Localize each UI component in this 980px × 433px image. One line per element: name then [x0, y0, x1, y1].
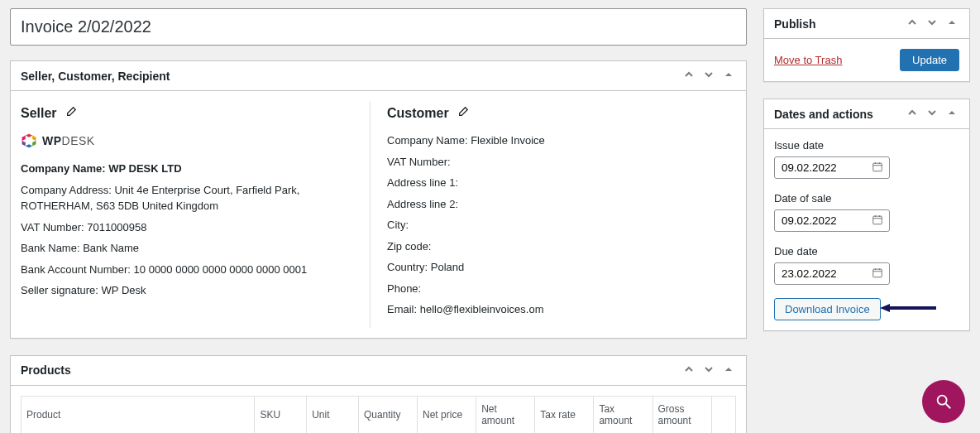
- seller-vat: VAT Number: 7011000958: [21, 219, 365, 236]
- col-net-amount: Net amount: [476, 396, 535, 433]
- col-tax-amount: Tax amount: [594, 396, 653, 433]
- customer-city: City:: [387, 217, 731, 233]
- customer-addr1: Address line 1:: [387, 175, 731, 191]
- calendar-icon[interactable]: [872, 161, 883, 175]
- customer-vat: VAT Number:: [387, 154, 731, 171]
- seller-customer-panel: Seller, Customer, Recipient: [10, 60, 747, 339]
- invoice-title-input[interactable]: [10, 8, 747, 46]
- table-header-row: Product SKU Unit Quantity Net price Net …: [22, 396, 736, 433]
- panel-up-icon[interactable]: [681, 363, 696, 378]
- dates-panel: Dates and actions Issue date Date of sal…: [763, 99, 970, 331]
- products-table: Product SKU Unit Quantity Net price Net …: [21, 396, 736, 434]
- panel-collapse-icon[interactable]: [944, 106, 959, 122]
- col-gross-amount: Gross amount: [653, 396, 711, 433]
- customer-edit-icon[interactable]: [457, 106, 469, 121]
- panel-down-icon[interactable]: [925, 16, 939, 31]
- panel-down-icon[interactable]: [701, 363, 716, 378]
- publish-panel: Publish Move to Trash Update: [763, 8, 970, 82]
- panel-up-icon[interactable]: [905, 106, 920, 122]
- panel-collapse-icon[interactable]: [944, 16, 959, 31]
- panel-up-icon[interactable]: [681, 68, 696, 84]
- customer-email: Email: hello@flexibleinvoices.om: [387, 301, 731, 318]
- scr-panel-title: Seller, Customer, Recipient: [21, 70, 170, 83]
- seller-heading: Seller: [21, 106, 57, 121]
- update-button[interactable]: Update: [900, 49, 959, 71]
- svg-marker-20: [880, 304, 890, 312]
- svg-point-21: [938, 396, 947, 405]
- seller-address: Company Address: Unit 4e Enterprise Cour…: [21, 182, 365, 214]
- wpdesk-logo: WPDESK: [21, 132, 365, 149]
- wpdesk-logo-text: WPDESK: [42, 134, 95, 147]
- seller-bank-account: Bank Account Number: 10 0000 0000 0000 0…: [21, 262, 365, 278]
- panel-collapse-icon[interactable]: [721, 363, 736, 378]
- products-panel-title: Products: [21, 363, 71, 377]
- panel-up-icon[interactable]: [905, 16, 920, 31]
- svg-rect-7: [873, 163, 882, 171]
- customer-zip: Zip code:: [387, 238, 731, 255]
- seller-bank-name: Bank Name: Bank Name: [21, 240, 365, 257]
- publish-panel-title: Publish: [774, 17, 816, 31]
- svg-rect-15: [873, 269, 882, 277]
- col-net-price: Net price: [418, 396, 476, 433]
- sale-date-label: Date of sale: [774, 192, 959, 204]
- calendar-icon[interactable]: [872, 214, 883, 228]
- panel-down-icon[interactable]: [925, 106, 939, 122]
- col-qty: Quantity: [358, 396, 417, 433]
- search-fab-button[interactable]: [922, 380, 965, 423]
- customer-country: Country: Poland: [387, 259, 731, 276]
- issue-date-label: Issue date: [774, 139, 959, 152]
- move-to-trash-link[interactable]: Move to Trash: [774, 54, 842, 66]
- col-delete: [711, 396, 735, 433]
- seller-company-name: Company Name: WP DESK LTD: [21, 161, 365, 177]
- arrow-hint-icon: [880, 303, 938, 313]
- col-sku: SKU: [255, 396, 307, 433]
- dates-panel-title: Dates and actions: [774, 108, 873, 121]
- calendar-icon[interactable]: [872, 267, 883, 281]
- svg-rect-11: [873, 216, 882, 224]
- svg-line-22: [946, 404, 951, 409]
- seller-signature: Seller signature: WP Desk: [21, 282, 365, 299]
- col-tax-rate: Tax rate: [535, 396, 594, 433]
- customer-addr2: Address line 2:: [387, 196, 731, 213]
- products-panel: Products Product SKU: [10, 355, 747, 434]
- col-unit: Unit: [307, 396, 359, 433]
- customer-phone: Phone:: [387, 281, 731, 297]
- due-date-label: Due date: [774, 245, 959, 257]
- panel-down-icon[interactable]: [701, 68, 716, 84]
- seller-edit-icon[interactable]: [65, 106, 77, 121]
- download-invoice-button[interactable]: Download Invoice: [774, 298, 881, 320]
- customer-heading: Customer: [387, 106, 449, 121]
- col-product: Product: [22, 396, 255, 433]
- panel-collapse-icon[interactable]: [721, 68, 736, 84]
- customer-company-name: Company Name: Flexible Invoice: [387, 132, 731, 149]
